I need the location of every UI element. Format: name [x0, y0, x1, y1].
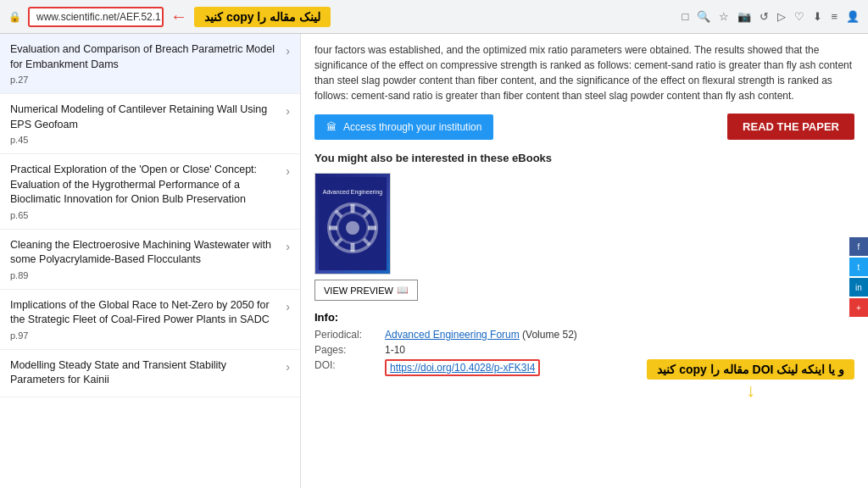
- doi-value-wrapper: https://doi.org/10.4028/p-xFK3I4: [385, 359, 540, 376]
- content-area: four factors was established, and the op…: [301, 34, 868, 488]
- action-buttons: 🏛 Access through your institution READ T…: [314, 114, 854, 140]
- sidebar-item-content-2: Practical Exploration of the 'Open or Cl…: [10, 163, 279, 220]
- institution-icon: 🏛: [326, 121, 337, 133]
- new-tab-icon[interactable]: □: [682, 10, 689, 23]
- sidebar: Evaluation and Comparison of Breach Para…: [0, 34, 301, 488]
- sidebar-item-0[interactable]: Evaluation and Comparison of Breach Para…: [0, 34, 300, 94]
- sidebar-item-title-5: Modelling Steady State and Transient Sta…: [10, 358, 279, 388]
- sidebar-item-title-4: Implications of the Global Race to Net-Z…: [10, 298, 279, 328]
- chevron-icon-5: ›: [286, 360, 290, 374]
- svg-text:Advanced Engineering: Advanced Engineering: [323, 189, 383, 196]
- copy-link-annotation: لینک مقاله را copy کنید: [194, 7, 331, 27]
- sidebar-item-5[interactable]: Modelling Steady State and Transient Sta…: [0, 350, 300, 397]
- chevron-icon-3: ›: [286, 240, 290, 253]
- sidebar-item-3[interactable]: Cleaning the Electroerosive Machining Wa…: [0, 230, 300, 290]
- sidebar-item-page-4: p.97: [10, 330, 279, 341]
- facebook-button[interactable]: f: [849, 237, 868, 256]
- sidebar-item-title-1: Numerical Modeling of Cantilever Retaini…: [10, 103, 279, 132]
- read-paper-button[interactable]: READ THE PAPER: [727, 114, 854, 140]
- play-icon[interactable]: ▷: [777, 10, 786, 23]
- doi-annotation-wrapper: و یا اینکه لینک DOI مقاله را copy کنید ↓: [647, 359, 854, 402]
- arrow-left-icon: ←: [170, 7, 187, 26]
- sidebar-item-page-1: p.45: [10, 135, 279, 145]
- screenshot-icon[interactable]: 📷: [737, 10, 751, 23]
- menu-icon[interactable]: ≡: [831, 10, 837, 23]
- doi-link[interactable]: https://doi.org/10.4028/p-xFK3I4: [390, 362, 535, 374]
- twitter-button[interactable]: t: [849, 258, 868, 276]
- access-institution-button[interactable]: 🏛 Access through your institution: [314, 114, 493, 140]
- pages-row: Pages: 1-10: [314, 344, 854, 356]
- view-preview-button[interactable]: VIEW PREVIEW 📖: [314, 280, 418, 301]
- sidebar-item-4[interactable]: Implications of the Global Race to Net-Z…: [0, 290, 300, 350]
- sidebar-item-content-3: Cleaning the Electroerosive Machining Wa…: [10, 238, 279, 280]
- doi-row: DOI: https://doi.org/10.4028/p-xFK3I4: [314, 359, 638, 376]
- search-icon[interactable]: 🔍: [697, 10, 710, 23]
- periodical-row: Periodical: Advanced Engineering Forum (…: [314, 329, 854, 341]
- chevron-icon-0: ›: [286, 44, 290, 58]
- sidebar-item-content-0: Evaluation and Comparison of Breach Para…: [10, 42, 279, 85]
- browser-icons: □ 🔍 ☆ 📷 ↺ ▷ ♡ ⬇ ≡ 👤: [682, 10, 860, 23]
- sidebar-item-1[interactable]: Numerical Modeling of Cantilever Retaini…: [0, 94, 300, 154]
- doi-row-wrapper: DOI: https://doi.org/10.4028/p-xFK3I4 و …: [314, 359, 854, 402]
- sidebar-item-content-5: Modelling Steady State and Transient Sta…: [10, 358, 279, 388]
- address-bar[interactable]: www.scientific.net/AEF.52.1: [28, 7, 164, 27]
- ebook-cover-image: Advanced Engineering: [315, 174, 390, 274]
- refresh-icon[interactable]: ↺: [760, 10, 769, 23]
- arrow-down-icon: ↓: [746, 380, 755, 402]
- periodical-value: Advanced Engineering Forum (Volume 52): [385, 329, 577, 341]
- chevron-icon-1: ›: [286, 104, 290, 118]
- main-layout: Evaluation and Comparison of Breach Para…: [0, 34, 868, 488]
- chevron-icon-4: ›: [286, 300, 290, 313]
- sidebar-item-content-4: Implications of the Global Race to Net-Z…: [10, 298, 279, 341]
- doi-box: https://doi.org/10.4028/p-xFK3I4: [385, 359, 540, 376]
- account-icon[interactable]: 👤: [846, 10, 860, 23]
- sidebar-item-title-2: Practical Exploration of the 'Open or Cl…: [10, 163, 279, 208]
- social-buttons: f t in +: [849, 237, 868, 317]
- download-icon[interactable]: ⬇: [813, 10, 822, 23]
- sidebar-item-2[interactable]: Practical Exploration of the 'Open or Cl…: [0, 154, 300, 230]
- sidebar-item-page-3: p.89: [10, 270, 279, 280]
- chevron-icon-2: ›: [286, 164, 290, 178]
- svg-point-3: [346, 221, 359, 235]
- periodical-volume: (Volume 52): [522, 329, 577, 341]
- info-title: Info:: [314, 311, 854, 324]
- sidebar-item-page-2: p.65: [10, 210, 279, 220]
- sidebar-item-title-3: Cleaning the Electroerosive Machining Wa…: [10, 238, 279, 268]
- ebook-cover-svg: Advanced Engineering: [319, 177, 387, 270]
- lock-icon: 🔒: [8, 11, 21, 23]
- book-icon: 📖: [397, 285, 409, 296]
- body-text: four factors was established, and the op…: [314, 42, 854, 103]
- heart-icon[interactable]: ♡: [794, 10, 804, 23]
- doi-label: DOI:: [314, 359, 378, 376]
- sidebar-item-content-1: Numerical Modeling of Cantilever Retaini…: [10, 103, 279, 145]
- ebooks-section-title: You might also be interested in these eB…: [314, 152, 854, 164]
- doi-copy-annotation: و یا اینکه لینک DOI مقاله را copy کنید: [647, 359, 854, 380]
- sidebar-item-page-0: p.27: [10, 75, 279, 85]
- browser-chrome: 🔒 www.scientific.net/AEF.52.1 ← لینک مقا…: [0, 0, 868, 34]
- linkedin-button[interactable]: in: [849, 278, 868, 297]
- ebook-thumbnail: Advanced Engineering: [314, 173, 391, 274]
- more-social-button[interactable]: +: [849, 298, 868, 317]
- periodical-link[interactable]: Advanced Engineering Forum: [385, 329, 520, 341]
- sidebar-item-title-0: Evaluation and Comparison of Breach Para…: [10, 42, 279, 72]
- periodical-label: Periodical:: [314, 329, 378, 341]
- info-section: Info: Periodical: Advanced Engineering F…: [314, 311, 854, 402]
- pages-value: 1-10: [385, 344, 405, 356]
- pages-label: Pages:: [314, 344, 378, 356]
- bookmark-icon[interactable]: ☆: [719, 10, 729, 23]
